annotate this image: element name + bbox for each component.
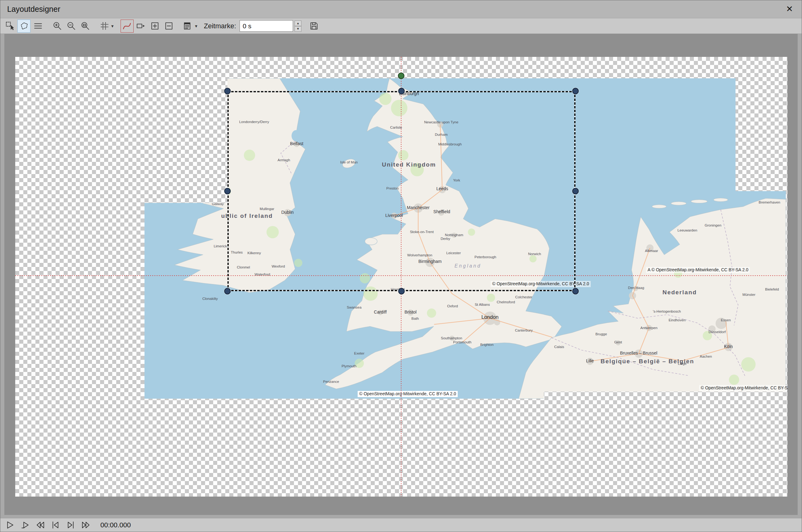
select-tool-button[interactable] [3,20,17,33]
toolbar: ▾ ▾ Zeitmarke: 0 s ▲ ▼ [0,18,802,34]
camera-path-button[interactable] [135,20,148,33]
grid-button[interactable] [98,20,111,33]
time-display: 00:00.000 [100,521,131,529]
layoutdesigner-window: Layoutdesigner ✕ ▾ [0,0,802,532]
zeitmarke-label: Zeitmarke: [204,22,236,30]
curve-path-button[interactable] [120,20,134,33]
selection-handle[interactable] [224,188,231,194]
layers-button[interactable] [32,20,44,33]
properties-button[interactable] [182,20,195,33]
grid-dropdown-chevron-icon[interactable]: ▾ [111,23,114,29]
zoom-in-button[interactable] [51,20,64,33]
add-button[interactable] [149,20,161,33]
osm-attribution: © OpenStreetMap.org-Mitwirkende, CC BY-S… [358,391,458,397]
rewind-button[interactable] [35,519,46,531]
close-button[interactable]: ✕ [784,4,795,14]
play-button[interactable] [4,519,15,531]
remove-button[interactable] [163,20,175,33]
window-title: Layoutdesigner [7,5,60,14]
osm-attribution: A © OpenStreetMap.org-Mitwirkende, CC BY… [646,267,750,273]
titlebar: Layoutdesigner ✕ [0,0,802,18]
zeitmarke-input[interactable]: 0 s [240,20,293,32]
zoom-out-button[interactable] [65,20,78,33]
selection-handle[interactable] [572,288,579,294]
selection-handle[interactable] [572,188,579,194]
selection-handle[interactable] [224,288,231,294]
selection-handle[interactable] [572,88,579,94]
selection-handle[interactable] [398,288,405,294]
go-to-start-button[interactable] [50,519,61,531]
spinner-up-button[interactable]: ▲ [294,20,301,26]
zoom-fit-button[interactable] [79,20,92,33]
save-button[interactable] [308,20,321,33]
spinner-down-button[interactable]: ▼ [294,26,301,32]
go-to-end-button[interactable] [65,519,76,531]
selection-handle[interactable] [224,88,231,94]
zeitmarke-spinner: ▲ ▼ [294,20,301,32]
properties-dropdown-chevron-icon[interactable]: ▾ [195,23,198,29]
fast-forward-button[interactable] [80,519,91,531]
transport-bar: 00:00.000 [0,518,802,532]
rotate-handle[interactable] [398,73,405,79]
lasso-select-button[interactable] [17,20,31,33]
osm-attribution: © OpenStreetMap.org-Mitwirkende, CC BY-S… [699,385,787,391]
play-from-cursor-button[interactable] [19,519,31,531]
map-layer-benelux[interactable] [544,191,786,392]
selection-handle[interactable] [398,88,405,94]
layout-canvas[interactable]: © OpenStreetMap.org-Mitwirkende, CC BY-S… [15,57,787,497]
selection-rect[interactable] [227,91,575,291]
